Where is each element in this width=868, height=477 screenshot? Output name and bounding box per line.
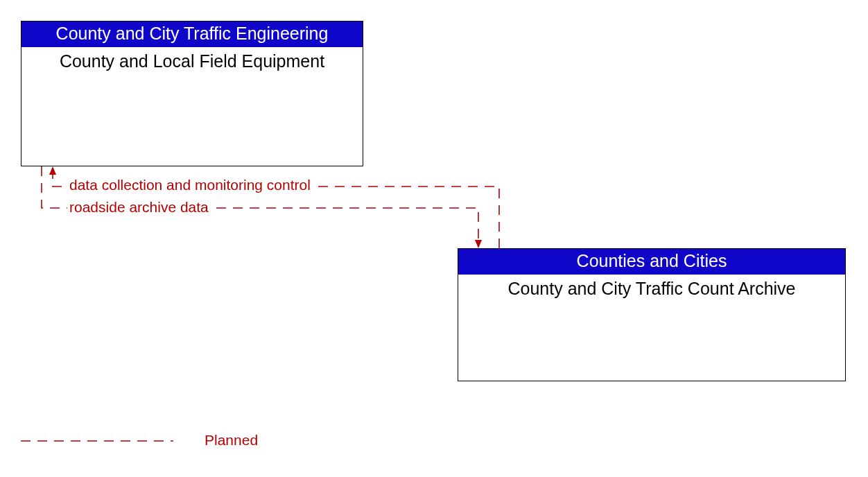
arrowhead-to-b-icon bbox=[475, 240, 482, 248]
diagram-canvas: County and City Traffic Engineering Coun… bbox=[0, 0, 868, 477]
node-a-header: County and City Traffic Engineering bbox=[21, 21, 363, 47]
node-county-city-traffic-count-archive: Counties and Cities County and City Traf… bbox=[458, 248, 846, 381]
node-b-body: County and City Traffic Count Archive bbox=[458, 275, 845, 299]
node-a-body: County and Local Field Equipment bbox=[21, 47, 363, 71]
node-county-local-field-equipment: County and City Traffic Engineering Coun… bbox=[21, 21, 363, 166]
legend-planned-label: Planned bbox=[205, 432, 258, 449]
node-b-header: Counties and Cities bbox=[458, 249, 845, 275]
flow-label-to-a: data collection and monitoring control bbox=[67, 177, 313, 193]
flow-label-to-b: roadside archive data bbox=[67, 199, 211, 216]
arrowhead-to-a-icon bbox=[49, 166, 56, 175]
